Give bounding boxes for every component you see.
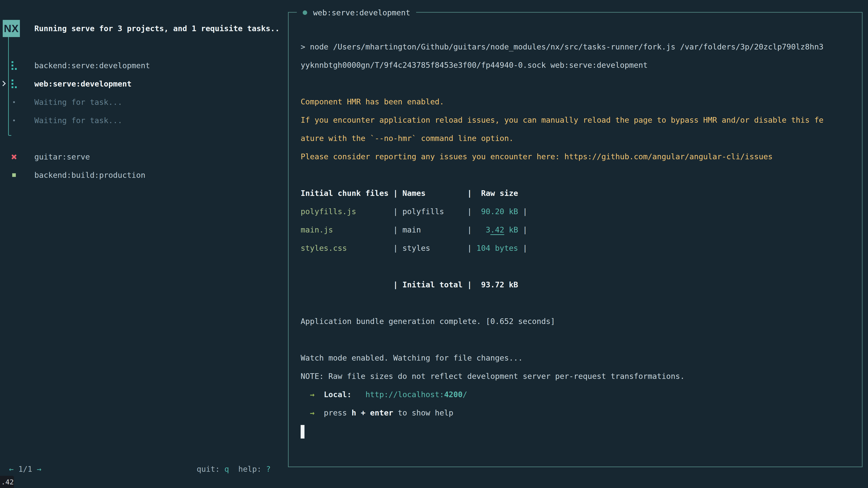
terminal-line: → Local: http://localhost:4200/	[301, 385, 824, 404]
terminal-text-segment: to show help	[393, 408, 453, 417]
task-icon-cell	[10, 79, 18, 88]
hint-label: help:	[229, 464, 266, 474]
task-icon-cell	[10, 101, 18, 103]
terminal-text-segment: | polyfills |	[356, 207, 476, 216]
terminal-text-segment: Watch mode enabled. Watching for file ch…	[301, 353, 523, 362]
selection-caret-icon	[0, 80, 6, 86]
task-row[interactable]: web:serve:development	[0, 74, 287, 93]
terminal-line: > node /Users/mhartington/Github/guitars…	[301, 38, 824, 56]
terminal-line: polyfills.js | polyfills | 90.20 kB |	[301, 202, 824, 221]
cross-icon	[11, 154, 17, 160]
panel-title-text: web:serve:development	[313, 8, 410, 17]
terminal-line	[301, 166, 824, 184]
panel-title: web:serve:development	[297, 7, 416, 18]
task-label: web:serve:development	[34, 79, 131, 88]
hint-key: q	[224, 464, 229, 474]
task-icon-cell	[10, 61, 18, 70]
terminal-line	[301, 330, 824, 349]
terminal-line: Component HMR has been enabled.	[301, 93, 824, 111]
terminal-text-segment: |	[518, 243, 532, 253]
task-row[interactable]: Waiting for task...	[0, 111, 287, 129]
terminal-text-segment: Application bundle generation complete. …	[301, 317, 555, 326]
terminal-line: | Initial total | 93.72 kB	[301, 275, 824, 294]
terminal-text-segment: | main |	[333, 225, 476, 234]
task-label: Waiting for task...	[34, 116, 122, 125]
terminal-text-segment: styles.css	[301, 243, 347, 253]
task-row[interactable]: guitar:serve	[0, 148, 287, 166]
spinner-icon	[13, 61, 15, 70]
task-output-panel: web:serve:development > node /Users/mhar…	[288, 12, 863, 467]
task-label: backend:build:production	[34, 170, 145, 180]
task-row[interactable]: Waiting for task...	[0, 93, 287, 111]
terminal-text-segment: .42	[490, 225, 504, 234]
task-label: backend:serve:development	[34, 61, 150, 70]
terminal-line: styles.css | styles | 104 bytes |	[301, 239, 824, 257]
nx-tui-screen: NX Running serve for 3 projects, and 1 r…	[0, 0, 868, 488]
terminal-text-segment: NOTE: Raw file sizes do not reflect deve…	[301, 372, 685, 381]
terminal-text-segment: 4200	[444, 390, 463, 399]
terminal-text-segment: h + enter	[351, 408, 393, 417]
terminal-line: → press h + enter to show help	[301, 404, 824, 422]
terminal-text-segment	[314, 390, 324, 399]
terminal-text-segment: 3	[476, 225, 490, 234]
square-icon	[12, 173, 16, 177]
terminal-text-segment: →	[310, 408, 314, 417]
terminal-text-segment: /	[463, 390, 467, 399]
terminal-text-segment: | Initial total | 93.72 kB	[301, 280, 518, 289]
corner-overlay: .42	[0, 476, 14, 488]
dot-icon	[13, 120, 15, 121]
terminal-text-segment	[301, 408, 310, 417]
terminal-text-segment: →	[310, 390, 314, 399]
task-icon-cell	[10, 173, 18, 177]
terminal-text-segment: If you encounter application reload issu…	[301, 116, 824, 125]
pager: ← 1/1 →	[9, 460, 41, 478]
page-left-arrow-icon[interactable]: ←	[9, 464, 13, 474]
terminal-text-segment: 90.20 kB	[476, 207, 518, 216]
task-label: Waiting for task...	[34, 98, 122, 107]
terminal-text-segment	[301, 390, 310, 399]
dot-icon	[13, 101, 15, 103]
task-icon-cell	[10, 120, 18, 121]
terminal-text-segment: |	[518, 225, 532, 234]
terminal-text-segment: yyknnbtgh0000gn/T/9f4c243785f8453e3f00/f…	[301, 61, 648, 70]
terminal-text-segment: |	[518, 207, 532, 216]
terminal-text-segment: main.js	[301, 225, 333, 234]
terminal-text-segment: Local:	[324, 390, 351, 399]
terminal-text-segment: kB	[504, 225, 518, 234]
terminal-text-segment: > node /Users/mhartington/Github/guitars…	[301, 42, 824, 51]
task-status-dot-icon	[303, 10, 307, 15]
terminal-text-segment: ature with the `--no-hmr` command line o…	[301, 134, 514, 143]
page-right-arrow-icon[interactable]: →	[37, 464, 41, 474]
terminal-text-segment: polyfills.js	[301, 207, 356, 216]
spinner-icon	[13, 79, 15, 88]
terminal-text-segment: http://localhost:	[366, 390, 444, 399]
terminal-line	[301, 74, 824, 93]
terminal-line: Please consider reporting any issues you…	[301, 148, 824, 166]
terminal-line: Watch mode enabled. Watching for file ch…	[301, 349, 824, 367]
page-indicator: 1/1	[13, 464, 37, 474]
terminal-text-segment: Component HMR has been enabled.	[301, 97, 444, 106]
terminal-line: yyknnbtgh0000gn/T/9f4c243785f8453e3f00/f…	[301, 56, 824, 74]
terminal-text-segment: 104 bytes	[476, 243, 518, 253]
terminal-line: Application bundle generation complete. …	[301, 312, 824, 330]
terminal-text-segment	[351, 390, 365, 399]
task-row[interactable]: backend:serve:development	[0, 56, 287, 74]
terminal-line: NOTE: Raw file sizes do not reflect deve…	[301, 367, 824, 385]
terminal-line	[301, 294, 824, 312]
task-row[interactable]: backend:build:production	[0, 166, 287, 184]
hint-key: ?	[266, 464, 271, 474]
terminal-text-segment: | styles |	[347, 243, 476, 253]
terminal-line	[301, 422, 824, 440]
terminal-line: ature with the `--no-hmr` command line o…	[301, 129, 824, 148]
terminal-text-segment: Initial chunk files | Names | Raw size	[301, 189, 518, 198]
terminal-line: Initial chunk files | Names | Raw size	[301, 184, 824, 202]
terminal-text-segment	[314, 408, 324, 417]
task-icon-cell	[10, 154, 18, 160]
task-label: guitar:serve	[34, 152, 90, 161]
terminal-line	[301, 257, 824, 275]
terminal-line: main.js | main | 3.42 kB |	[301, 221, 824, 239]
terminal-line: If you encounter application reload issu…	[301, 111, 824, 129]
keyboard-hints: quit: q help: ?	[197, 460, 271, 478]
sidebar-heading: Running serve for 3 projects, and 1 requ…	[34, 20, 280, 37]
terminal-cursor	[301, 425, 305, 438]
